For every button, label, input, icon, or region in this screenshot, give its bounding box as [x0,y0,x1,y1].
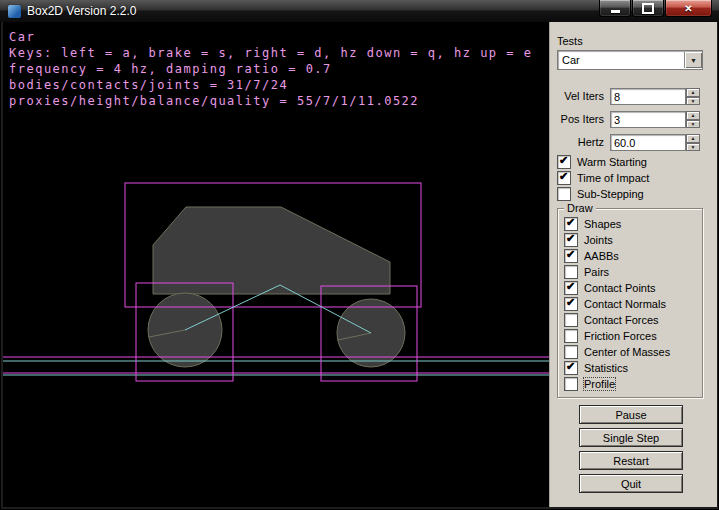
checkbox-contact-forces[interactable]: Contact Forces [564,313,659,327]
checkbox-aabbs[interactable]: AABBs [564,249,619,263]
tests-dropdown[interactable]: Car ▼ [557,50,703,70]
pos-iters-label: Pos Iters [550,113,604,125]
checkbox-label: Contact Points [584,282,656,294]
stats-line: frequency = 4 hz, damping ratio = 0.7 [9,61,532,77]
checkbox-box[interactable] [564,345,578,359]
restart-button[interactable]: Restart [579,451,683,470]
vel-iters-label: Vel Iters [550,90,604,102]
checkbox-box[interactable] [564,313,578,327]
checkbox-warm-starting[interactable]: Warm Starting [557,155,647,169]
checkbox-label: Pairs [584,266,609,278]
close-icon: ✕ [684,1,692,16]
pos-iters-row: Pos Iters ▲ ▼ [550,111,710,128]
checkbox-box[interactable] [557,171,571,185]
checkbox-shapes[interactable]: Shapes [564,217,621,231]
checkbox-box[interactable] [564,377,578,391]
checkbox-contact-normals[interactable]: Contact Normals [564,297,666,311]
simulation-canvas[interactable]: Car Keys: left = a, brake = s, right = d… [3,22,549,507]
checkbox-pairs[interactable]: Pairs [564,265,609,279]
maximize-icon [642,3,654,14]
spin-up-icon[interactable]: ▲ [686,134,700,143]
checkbox-label: Statistics [584,362,628,374]
chevron-down-icon[interactable]: ▼ [684,52,702,68]
checkbox-profile[interactable]: Profile [564,377,615,391]
vel-iters-input[interactable] [610,88,686,105]
checkbox-friction-forces[interactable]: Friction Forces [564,329,657,343]
checkbox-contact-points[interactable]: Contact Points [564,281,656,295]
app-icon [8,5,21,18]
checkbox-box[interactable] [564,265,578,279]
checkbox-label: Contact Normals [584,298,666,310]
spin-down-icon[interactable]: ▼ [686,97,700,106]
spin-down-icon[interactable]: ▼ [686,143,700,152]
checkbox-label: Friction Forces [584,330,657,342]
control-panel: Tests Car ▼ Vel Iters ▲ ▼ Pos Iters ▲ ▼ … [549,22,717,507]
ground-aabb-box [3,357,549,373]
pause-button[interactable]: Pause [579,405,683,424]
checkbox-label: Profile [584,378,615,390]
spin-up-icon[interactable]: ▲ [686,111,700,120]
hertz-label: Hertz [550,136,604,148]
quit-button[interactable]: Quit [579,474,683,493]
checkbox-box[interactable] [564,233,578,247]
pos-iters-input[interactable] [610,111,686,128]
car-chassis-shape [153,207,390,294]
checkbox-box[interactable] [557,187,571,201]
spin-down-icon[interactable]: ▼ [686,120,700,129]
checkbox-label: Center of Masses [584,346,670,358]
minimize-icon [611,10,620,13]
tests-dropdown-value: Car [558,54,684,66]
title-bar[interactable]: Box2D Version 2.2.0 ✕ [0,0,719,22]
stats-line: Car [9,29,532,45]
checkbox-label: Joints [584,234,613,246]
hertz-input[interactable] [610,134,686,151]
stats-line: bodies/contacts/joints = 31/7/24 [9,77,532,93]
vel-iters-spinner: ▲ ▼ [686,88,700,105]
tests-label: Tests [557,35,583,47]
checkbox-box[interactable] [564,217,578,231]
checkbox-joints[interactable]: Joints [564,233,613,247]
close-button[interactable]: ✕ [665,0,712,17]
spin-up-icon[interactable]: ▲ [686,88,700,97]
checkbox-label: Shapes [584,218,621,230]
checkbox-center-of-masses[interactable]: Center of Masses [564,345,670,359]
checkbox-label: Warm Starting [577,156,647,168]
minimize-button[interactable] [599,0,631,17]
checkbox-box[interactable] [564,249,578,263]
checkbox-box[interactable] [564,329,578,343]
window-controls: ✕ [599,0,712,17]
checkbox-box[interactable] [564,361,578,375]
single-step-button[interactable]: Single Step [579,428,683,447]
checkbox-box[interactable] [564,297,578,311]
checkbox-box[interactable] [564,281,578,295]
checkbox-label: Time of Impact [577,172,649,184]
checkbox-statistics[interactable]: Statistics [564,361,628,375]
checkbox-sub-stepping[interactable]: Sub-Stepping [557,187,644,201]
checkbox-label: Sub-Stepping [577,188,644,200]
app-window: Box2D Version 2.2.0 ✕ [0,0,719,510]
checkbox-time-of-impact[interactable]: Time of Impact [557,171,649,185]
checkbox-label: Contact Forces [584,314,659,326]
hertz-spinner: ▲ ▼ [686,134,700,151]
draw-group-label: Draw [564,202,596,214]
window-title: Box2D Version 2.2.0 [27,4,136,18]
stats-line: Keys: left = a, brake = s, right = d, hz… [9,45,532,61]
vel-iters-row: Vel Iters ▲ ▼ [550,88,710,105]
hertz-row: Hertz ▲ ▼ [550,134,710,151]
checkbox-label: AABBs [584,250,619,262]
stats-line: proxies/height/balance/quality = 55/7/1/… [9,93,532,109]
pos-iters-spinner: ▲ ▼ [686,111,700,128]
debug-stats: Car Keys: left = a, brake = s, right = d… [9,29,532,109]
checkbox-box[interactable] [557,155,571,169]
maximize-button[interactable] [632,0,664,17]
